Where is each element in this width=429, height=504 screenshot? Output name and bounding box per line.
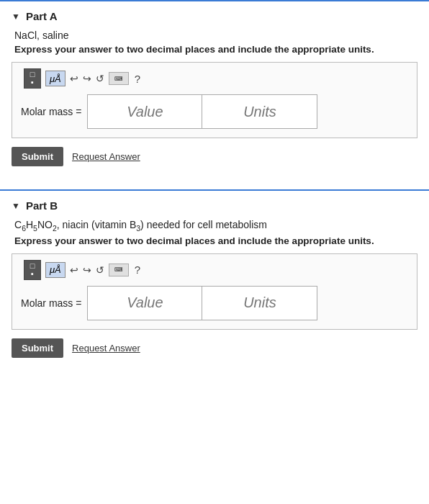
part-b-math-button[interactable]: □▪ xyxy=(24,260,41,280)
part-b-input-row: Molar mass = xyxy=(21,286,408,320)
part-b-refresh-icon[interactable]: ↺ xyxy=(96,264,104,276)
part-a-mu-button[interactable]: μÅ xyxy=(45,71,66,86)
part-a-title: Part A xyxy=(26,10,58,22)
part-a-units-input[interactable] xyxy=(202,94,317,129)
part-a-instructions: Express your answer to two decimal place… xyxy=(14,44,417,55)
part-a-value-input[interactable] xyxy=(87,94,202,129)
part-b-instructions: Express your answer to two decimal place… xyxy=(14,235,417,246)
part-a-math-button[interactable]: □▪ xyxy=(24,68,41,89)
part-b-help-icon[interactable]: ? xyxy=(135,264,140,276)
part-b-value-input[interactable] xyxy=(87,286,202,320)
part-a-compound: NaCl, saline xyxy=(14,30,417,41)
part-b-toolbar: □▪ μÅ ↩ ↪ ↺ ⌨ ? xyxy=(21,260,408,280)
page-container: ▼ Part A NaCl, saline Express your answe… xyxy=(0,0,429,504)
part-a-undo-icon[interactable]: ↩ xyxy=(70,73,78,84)
part-a-input-row: Molar mass = xyxy=(21,94,408,129)
part-b-request-link[interactable]: Request Answer xyxy=(72,343,140,354)
part-a-redo-icon[interactable]: ↪ xyxy=(83,73,91,84)
part-a-button-row: Submit Request Answer xyxy=(12,147,417,166)
part-a-section: ▼ Part A NaCl, saline Express your answe… xyxy=(0,0,429,178)
part-a-refresh-icon[interactable]: ↺ xyxy=(96,73,104,84)
part-b-undo-icon[interactable]: ↩ xyxy=(70,264,78,276)
part-b-molar-label: Molar mass = xyxy=(21,297,81,309)
part-b-section: ▼ Part B C6H5NO2, niacin (vitamin B3) ne… xyxy=(0,189,429,369)
part-b-button-row: Submit Request Answer xyxy=(12,338,417,358)
part-b-mu-button[interactable]: μÅ xyxy=(45,262,66,278)
part-b-keyboard-icon[interactable]: ⌨ xyxy=(109,264,129,276)
part-b-compound: C6H5NO2, niacin (vitamin B3) needed for … xyxy=(14,219,417,233)
part-a-submit-button[interactable]: Submit xyxy=(12,147,63,166)
part-a-toolbar: □▪ μÅ ↩ ↪ ↺ ⌨ ? xyxy=(21,68,408,89)
part-a-help-icon[interactable]: ? xyxy=(135,73,140,85)
part-b-answer-box: □▪ μÅ ↩ ↪ ↺ ⌨ ? Molar mass = xyxy=(12,253,417,330)
part-b-header: ▼ Part B xyxy=(12,199,417,212)
part-a-collapse-arrow[interactable]: ▼ xyxy=(12,12,20,22)
part-b-collapse-arrow[interactable]: ▼ xyxy=(12,201,20,211)
part-a-molar-label: Molar mass = xyxy=(21,106,81,117)
part-a-header: ▼ Part A xyxy=(12,10,417,22)
part-b-units-input[interactable] xyxy=(202,286,317,320)
part-b-redo-icon[interactable]: ↪ xyxy=(83,264,91,276)
part-a-keyboard-icon[interactable]: ⌨ xyxy=(109,72,129,85)
part-b-submit-button[interactable]: Submit xyxy=(12,338,63,358)
part-a-answer-box: □▪ μÅ ↩ ↪ ↺ ⌨ ? Molar mass = xyxy=(12,62,417,138)
part-b-title: Part B xyxy=(26,199,58,212)
part-a-request-link[interactable]: Request Answer xyxy=(72,151,140,162)
